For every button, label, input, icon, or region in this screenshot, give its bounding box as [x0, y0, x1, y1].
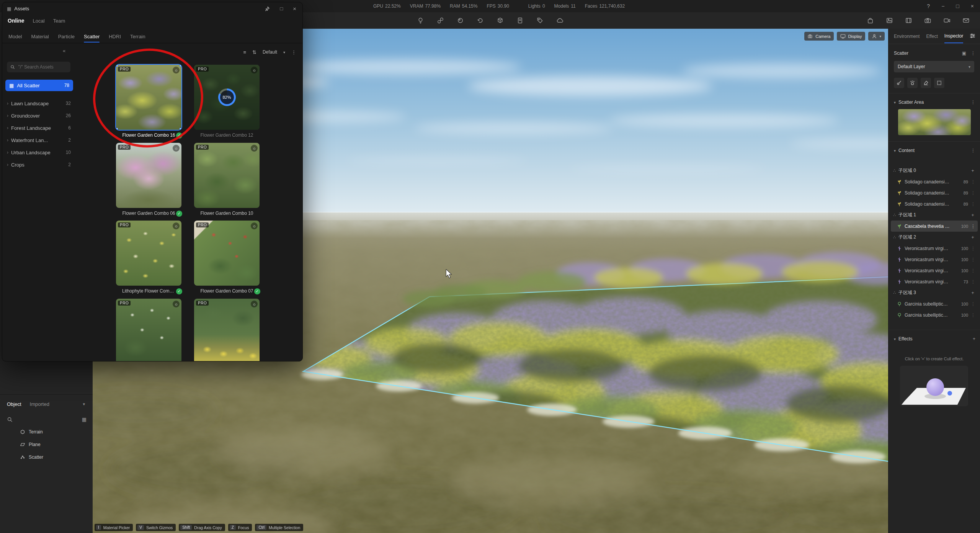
camera-button[interactable]: Camera [804, 32, 834, 41]
more-options-icon[interactable]: ⋮ [971, 224, 975, 229]
asset-thumbnail[interactable]: PRO ☼ 82% [194, 65, 260, 130]
sidebar-item-all-scatter[interactable]: ▦ All Scatter 78 [5, 80, 73, 91]
relight-bulb-icon[interactable]: ☼ [173, 67, 180, 74]
more-options-icon[interactable]: ⋮ [971, 301, 975, 307]
more-options-icon[interactable]: ⋮ [971, 179, 975, 185]
tab-online[interactable]: Online [8, 18, 24, 24]
more-options-icon[interactable]: ⋮ [971, 268, 975, 273]
sidebar-item-lawn-landscape[interactable]: › Lawn Landscape 32 [2, 98, 76, 109]
camera-capture-icon[interactable] [923, 16, 932, 25]
category-scatter[interactable]: Scatter [84, 34, 100, 39]
asset-card-flower-garden-combo-16[interactable]: PRO ☼ Flower Garden Combo 16 ✓ [116, 65, 181, 139]
tab-inspector[interactable]: Inspector [944, 29, 963, 43]
category-hdri[interactable]: HDRI [109, 34, 121, 39]
search-icon[interactable] [7, 417, 13, 422]
asset-card-flower-garden-combo-12[interactable]: PRO ☼ 82% Flower Garden Combo 12 [194, 65, 260, 139]
object-item-plane[interactable]: Plane [0, 440, 93, 450]
cloud-tool-icon[interactable] [555, 16, 564, 25]
object-item-scatter[interactable]: Scatter [0, 452, 93, 462]
category-model[interactable]: Model [8, 34, 22, 39]
tab-object[interactable]: Object [7, 401, 21, 407]
sidebar-item-waterfront-landscape[interactable]: › Waterfront Lan... 2 [2, 134, 76, 146]
add-entry-icon[interactable]: + [970, 290, 975, 296]
asset-thumbnail[interactable]: PRO ☼ [116, 299, 181, 361]
sort-select[interactable]: Default [263, 49, 277, 55]
more-options-icon[interactable]: ⋮ [971, 257, 975, 262]
asset-thumbnail[interactable]: PRO ☼ [194, 143, 260, 208]
content-entry[interactable]: Veronicastrum virgin... 100 ⋮ [891, 243, 978, 254]
asset-thumbnail[interactable]: PRO ☼ [116, 143, 181, 208]
minimize-icon[interactable]: − [941, 3, 944, 9]
tab-team[interactable]: Team [53, 18, 65, 24]
chevron-down-icon[interactable]: ▾ [894, 149, 896, 153]
add-entry-icon[interactable]: + [970, 235, 975, 240]
relight-bulb-icon[interactable]: ☼ [251, 222, 258, 229]
scatter-spray-icon[interactable] [907, 78, 918, 88]
content-entry[interactable]: Veronicastrum virgin... 73 ⋮ [891, 276, 978, 287]
feedback-mail-icon[interactable] [962, 16, 970, 25]
scatter-area-thumbnail[interactable] [898, 109, 971, 135]
sidebar-item-crops[interactable]: › Crops 2 [2, 159, 76, 170]
display-button[interactable]: Display [837, 32, 865, 41]
category-material[interactable]: Material [31, 34, 49, 39]
filter-sliders-icon[interactable] [970, 33, 975, 40]
close-icon[interactable]: × [293, 5, 296, 12]
layers-icon[interactable]: ▣ [962, 51, 966, 56]
view-options-icon[interactable]: ▦ [82, 417, 87, 422]
asset-thumbnail[interactable]: PRO ☼ [116, 221, 181, 286]
asset-card-lithophyte-flower-combo[interactable]: PRO ☼ Lithophyte Flower Combo... ✓ [116, 221, 181, 294]
close-icon[interactable]: × [971, 3, 974, 9]
tab-environment[interactable]: Environment [894, 34, 920, 39]
maximize-icon[interactable]: □ [280, 6, 283, 11]
model-tool-icon[interactable] [496, 16, 504, 25]
asset-store-icon[interactable] [866, 16, 874, 25]
sort-icon[interactable]: ⇅ [252, 49, 256, 55]
library-tool-icon[interactable] [516, 16, 524, 25]
render-image-icon[interactable] [885, 16, 893, 25]
help-icon[interactable]: ? [927, 3, 930, 9]
sidebar-item-groundcover[interactable]: › Groundcover 26 [2, 110, 76, 121]
content-entry-selected[interactable]: Cascabela thevetia 01 100 ⋮ [891, 221, 978, 232]
add-entry-icon[interactable]: + [970, 168, 975, 173]
maximize-icon[interactable]: □ [956, 3, 959, 9]
relight-bulb-icon[interactable]: ☼ [251, 67, 258, 74]
collapse-sidebar-icon[interactable]: « [63, 48, 65, 54]
more-options-icon[interactable]: ⋮ [971, 190, 975, 196]
content-entry[interactable]: Solidago canadensis... 89 ⋮ [891, 176, 978, 187]
list-view-icon[interactable]: ≡ [243, 49, 246, 55]
zone-row[interactable]: ∴ 子区域 1 + [891, 209, 978, 221]
more-options-icon[interactable]: ⋮ [971, 312, 975, 318]
asset-card-partial[interactable]: PRO ☼ [116, 299, 181, 361]
more-options-icon[interactable]: ⋮ [971, 279, 975, 284]
relight-bulb-icon[interactable]: ☼ [251, 145, 258, 152]
scatter-brush-icon[interactable] [894, 78, 904, 88]
eraser-icon[interactable] [921, 78, 931, 88]
sync-tool-icon[interactable] [476, 16, 484, 25]
asset-thumbnail[interactable]: PRO ☼ [194, 221, 260, 286]
zone-row[interactable]: ∴ 子区域 3 + [891, 287, 978, 298]
pin-icon[interactable] [265, 6, 270, 11]
chevron-down-icon[interactable]: ▾ [894, 100, 896, 105]
content-entry[interactable]: Garcinia subelliptica ... 100 ⋮ [891, 309, 978, 320]
relight-bulb-icon[interactable]: ☼ [173, 145, 180, 152]
more-options-icon[interactable]: ⋮ [971, 201, 975, 207]
tag-tool-icon[interactable] [536, 16, 544, 25]
object-item-terrain[interactable]: Terrain [0, 427, 93, 437]
more-options-icon[interactable]: ⋮ [971, 148, 975, 153]
more-options-icon[interactable]: ⋮ [971, 51, 975, 56]
tab-local[interactable]: Local [33, 18, 45, 24]
relight-bulb-icon[interactable]: ☼ [173, 301, 180, 307]
content-entry[interactable]: Solidago canadensis... 89 ⋮ [891, 187, 978, 198]
assets-search-box[interactable] [7, 62, 70, 72]
content-entry[interactable]: Veronicastrum virgin... 100 ⋮ [891, 265, 978, 276]
more-options-icon[interactable]: ⋮ [971, 100, 975, 105]
more-options-icon[interactable]: ⋮ [971, 246, 975, 251]
asset-thumbnail[interactable]: PRO ☼ [194, 299, 260, 361]
collapse-panel-icon[interactable]: ▾ [83, 402, 85, 407]
link-tool-icon[interactable] [436, 16, 444, 25]
chevron-down-icon[interactable]: ▾ [894, 337, 896, 341]
tab-imported[interactable]: Imported [30, 401, 49, 407]
add-effect-icon[interactable]: + [973, 336, 975, 342]
collaborate-button[interactable]: ▾ [868, 32, 885, 41]
zone-row[interactable]: ∴ 子区域 0 + [891, 165, 978, 176]
